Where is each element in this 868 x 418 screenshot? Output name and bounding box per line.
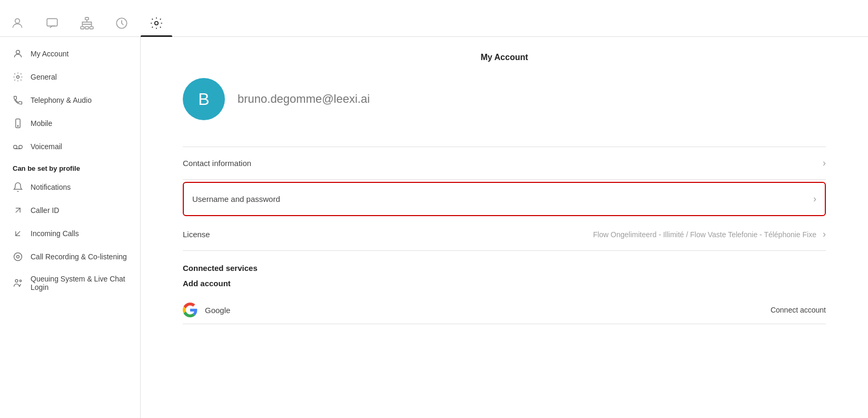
sidebar: My Account General Telephony & Audio Mob… bbox=[0, 37, 141, 418]
sidebar-item-caller-id[interactable]: Caller ID bbox=[0, 199, 140, 222]
user-info: B bruno.degomme@leexi.ai bbox=[183, 78, 826, 131]
connect-account-button[interactable]: Connect account bbox=[771, 306, 826, 314]
bell-icon bbox=[13, 182, 23, 192]
svg-point-7 bbox=[155, 22, 159, 25]
top-nav bbox=[0, 0, 868, 37]
google-service-left: Google bbox=[183, 303, 230, 317]
sidebar-item-call-recording-label: Call Recording & Co-listening bbox=[31, 252, 127, 261]
phone-icon bbox=[13, 95, 23, 105]
sidebar-item-mobile-label: Mobile bbox=[31, 119, 52, 128]
sidebar-item-call-recording[interactable]: Call Recording & Co-listening bbox=[0, 245, 140, 268]
connected-services-heading: Connected services bbox=[183, 264, 826, 273]
google-service-name: Google bbox=[205, 306, 230, 315]
chevron-right-icon-2: › bbox=[813, 193, 816, 205]
license-row[interactable]: License Flow Ongelimiteerd - Illimité / … bbox=[183, 218, 826, 251]
mobile-icon bbox=[13, 118, 23, 129]
svg-point-9 bbox=[17, 76, 19, 79]
arrow-down-left-icon bbox=[13, 228, 23, 239]
svg-point-12 bbox=[14, 145, 17, 149]
sidebar-item-incoming-calls-label: Incoming Calls bbox=[31, 229, 79, 238]
chevron-right-icon-3: › bbox=[823, 229, 826, 240]
org-tab[interactable] bbox=[80, 16, 94, 36]
sidebar-item-caller-id-label: Caller ID bbox=[31, 206, 59, 215]
sidebar-item-queuing[interactable]: Queuing System & Live Chat Login bbox=[0, 268, 140, 298]
license-right: Flow Ongelimiteerd - Illimité / Flow Vas… bbox=[593, 229, 826, 240]
svg-point-0 bbox=[15, 18, 20, 23]
content-panel: My Account B bruno.degomme@leexi.ai Cont… bbox=[141, 37, 868, 418]
contact-information-right: › bbox=[823, 158, 826, 169]
svg-point-8 bbox=[16, 50, 20, 54]
sidebar-item-general[interactable]: General bbox=[0, 65, 140, 89]
contacts-tab[interactable] bbox=[11, 16, 24, 36]
license-value: Flow Ongelimiteerd - Illimité / Flow Vas… bbox=[593, 230, 816, 239]
voicemail-icon bbox=[13, 141, 23, 152]
settings-tab[interactable] bbox=[150, 16, 163, 36]
gear-icon bbox=[13, 72, 23, 82]
google-service-row: Google Connect account bbox=[183, 296, 826, 324]
people-icon bbox=[13, 278, 23, 288]
sidebar-item-queuing-label: Queuing System & Live Chat Login bbox=[31, 275, 127, 291]
avatar: B bbox=[183, 78, 225, 120]
sidebar-item-telephony[interactable]: Telephony & Audio bbox=[0, 89, 140, 112]
sidebar-item-telephony-label: Telephony & Audio bbox=[31, 96, 92, 104]
username-password-row[interactable]: Username and password › bbox=[183, 182, 826, 216]
sidebar-item-mobile[interactable]: Mobile bbox=[0, 112, 140, 135]
chevron-right-icon: › bbox=[823, 158, 826, 169]
svg-rect-4 bbox=[85, 27, 89, 29]
user-email: bruno.degomme@leexi.ai bbox=[238, 92, 370, 106]
sidebar-item-voicemail-label: Voicemail bbox=[31, 142, 62, 151]
add-account-label: Add account bbox=[183, 279, 826, 288]
main-container: My Account General Telephony & Audio Mob… bbox=[0, 37, 868, 418]
username-password-label: Username and password bbox=[192, 195, 280, 203]
chat-tab[interactable] bbox=[45, 16, 59, 36]
svg-line-15 bbox=[16, 208, 20, 212]
sidebar-item-general-label: General bbox=[31, 73, 57, 81]
sidebar-item-notifications[interactable]: Notifications bbox=[0, 176, 140, 199]
sidebar-item-notifications-label: Notifications bbox=[31, 183, 71, 191]
google-logo-icon bbox=[183, 303, 198, 317]
arrow-up-right-icon bbox=[13, 205, 23, 216]
sidebar-item-voicemail[interactable]: Voicemail bbox=[0, 135, 140, 158]
contact-information-label: Contact information bbox=[183, 159, 251, 168]
username-password-right: › bbox=[813, 193, 816, 205]
svg-point-19 bbox=[15, 279, 18, 282]
svg-rect-1 bbox=[47, 18, 57, 26]
svg-rect-3 bbox=[81, 27, 84, 29]
sidebar-item-my-account-label: My Account bbox=[31, 50, 68, 58]
sidebar-item-incoming-calls[interactable]: Incoming Calls bbox=[0, 222, 140, 245]
svg-rect-5 bbox=[90, 27, 93, 29]
record-icon bbox=[13, 251, 23, 262]
svg-rect-2 bbox=[85, 17, 89, 20]
sidebar-item-my-account[interactable]: My Account bbox=[0, 42, 140, 65]
contact-information-row[interactable]: Contact information › bbox=[183, 147, 826, 180]
svg-point-17 bbox=[14, 253, 22, 261]
svg-point-18 bbox=[17, 256, 19, 258]
svg-point-11 bbox=[17, 125, 18, 127]
person-icon bbox=[13, 48, 23, 59]
license-label: License bbox=[183, 230, 210, 239]
page-title: My Account bbox=[183, 53, 826, 62]
svg-line-16 bbox=[16, 231, 20, 236]
svg-point-20 bbox=[19, 280, 21, 281]
sidebar-section-profile: Can be set by profile bbox=[0, 158, 140, 176]
svg-point-13 bbox=[19, 145, 23, 149]
history-tab[interactable] bbox=[115, 16, 129, 36]
